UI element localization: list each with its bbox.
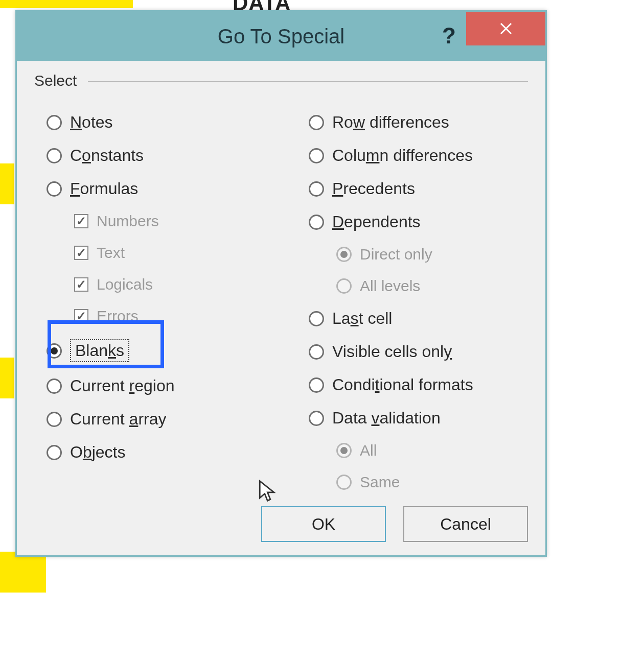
dialog-title: Go To Special bbox=[218, 25, 344, 48]
radio-data-validation[interactable]: Data validation bbox=[309, 409, 528, 428]
radio-row-differences[interactable]: Row differences bbox=[309, 113, 528, 132]
close-icon bbox=[499, 22, 513, 35]
help-icon[interactable]: ? bbox=[442, 25, 456, 47]
ok-button[interactable]: OK bbox=[261, 506, 386, 542]
dialog-buttons: OK Cancel bbox=[261, 506, 528, 542]
radio-all-levels: All levels bbox=[336, 277, 528, 295]
radio-last-cell[interactable]: Last cell bbox=[309, 309, 528, 328]
check-text: Text bbox=[74, 244, 266, 262]
radio-precedents[interactable]: Precedents bbox=[309, 179, 528, 198]
cancel-button[interactable]: Cancel bbox=[403, 506, 528, 542]
radio-current-array[interactable]: Current array bbox=[47, 410, 266, 429]
radio-blanks[interactable]: Blanks bbox=[47, 339, 266, 362]
radio-notes[interactable]: Notes bbox=[47, 113, 266, 132]
select-group: Select Notes Constants Formulas bbox=[34, 78, 528, 505]
check-errors: Errors bbox=[74, 308, 266, 325]
radio-dv-all: All bbox=[336, 442, 528, 459]
radio-visible-cells[interactable]: Visible cells only bbox=[309, 342, 528, 361]
check-logicals: Logicals bbox=[74, 276, 266, 293]
radio-current-region[interactable]: Current region bbox=[47, 376, 266, 395]
radio-direct-only: Direct only bbox=[336, 246, 528, 263]
radio-objects[interactable]: Objects bbox=[47, 443, 266, 462]
radio-dv-same: Same bbox=[336, 474, 528, 491]
radio-conditional-formats[interactable]: Conditional formats bbox=[309, 375, 528, 394]
options-left-column: Notes Constants Formulas Numbers bbox=[34, 106, 266, 505]
radio-dependents[interactable]: Dependents bbox=[309, 212, 528, 231]
dialog-titlebar[interactable]: Go To Special ? bbox=[17, 12, 545, 61]
check-numbers: Numbers bbox=[74, 212, 266, 230]
radio-formulas[interactable]: Formulas bbox=[47, 179, 266, 198]
close-button[interactable] bbox=[466, 12, 545, 45]
select-group-label: Select bbox=[34, 72, 84, 89]
go-to-special-dialog: Go To Special ? Select Notes Constants bbox=[15, 10, 547, 557]
radio-constants[interactable]: Constants bbox=[47, 146, 266, 165]
options-right-column: Row differences Column differences Prece… bbox=[296, 106, 528, 505]
radio-column-differences[interactable]: Column differences bbox=[309, 146, 528, 165]
